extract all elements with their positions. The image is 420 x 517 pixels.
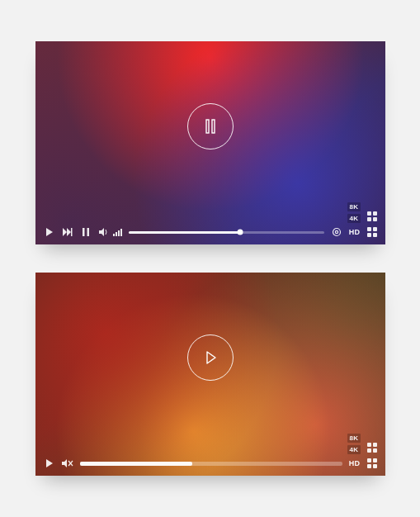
quality-option-8k-2[interactable]: 8K <box>347 434 361 443</box>
svg-rect-5 <box>71 228 73 236</box>
svg-marker-3 <box>63 228 67 236</box>
play-button-2[interactable] <box>44 458 55 469</box>
play-icon-2 <box>45 459 54 467</box>
play-icon <box>45 228 54 236</box>
volume-button-2[interactable] <box>62 458 73 469</box>
svg-marker-2 <box>46 228 53 236</box>
svg-marker-12 <box>46 459 53 467</box>
control-bar: HD <box>35 220 385 244</box>
svg-rect-0 <box>206 120 209 133</box>
svg-marker-4 <box>67 228 71 236</box>
fullscreen-button-2[interactable] <box>367 458 377 468</box>
volume-icon <box>99 228 109 236</box>
progress-fill-2 <box>80 462 193 466</box>
play-button-center[interactable] <box>187 334 234 381</box>
control-bar-2: HD <box>35 451 385 476</box>
play-button[interactable] <box>44 226 55 238</box>
right-controls: HD <box>331 226 377 238</box>
pause-small-icon <box>83 228 89 236</box>
volume-button[interactable] <box>98 226 110 238</box>
next-icon <box>63 228 73 236</box>
gear-icon <box>332 227 342 237</box>
quality-current[interactable]: HD <box>349 228 361 236</box>
svg-rect-7 <box>87 228 89 236</box>
volume-mute-icon <box>62 459 73 467</box>
svg-marker-13 <box>62 459 67 467</box>
svg-point-9 <box>333 229 340 236</box>
play-center-icon <box>202 349 219 367</box>
svg-rect-6 <box>83 228 85 236</box>
progress-fill <box>129 231 240 234</box>
next-button[interactable] <box>62 226 73 238</box>
right-controls-2: HD <box>349 458 377 468</box>
settings-button[interactable] <box>331 226 342 238</box>
pause-button[interactable] <box>187 103 234 149</box>
quality-current-2[interactable]: HD <box>349 459 361 467</box>
progress-knob[interactable] <box>237 230 243 235</box>
svg-rect-1 <box>212 120 215 133</box>
fullscreen-button[interactable] <box>367 227 377 237</box>
svg-marker-11 <box>207 352 215 363</box>
progress-bar[interactable] <box>129 231 324 234</box>
svg-point-10 <box>335 230 337 233</box>
progress-bar-2[interactable] <box>80 462 342 466</box>
svg-marker-8 <box>99 228 104 236</box>
video-player-1: 8K 4K HD <box>35 41 385 244</box>
video-player-2: 8K 4K HD <box>35 273 385 476</box>
volume-level[interactable] <box>113 228 122 236</box>
pause-icon <box>203 118 218 135</box>
pause-small-button[interactable] <box>80 226 92 238</box>
quality-option-8k[interactable]: 8K <box>347 202 361 211</box>
